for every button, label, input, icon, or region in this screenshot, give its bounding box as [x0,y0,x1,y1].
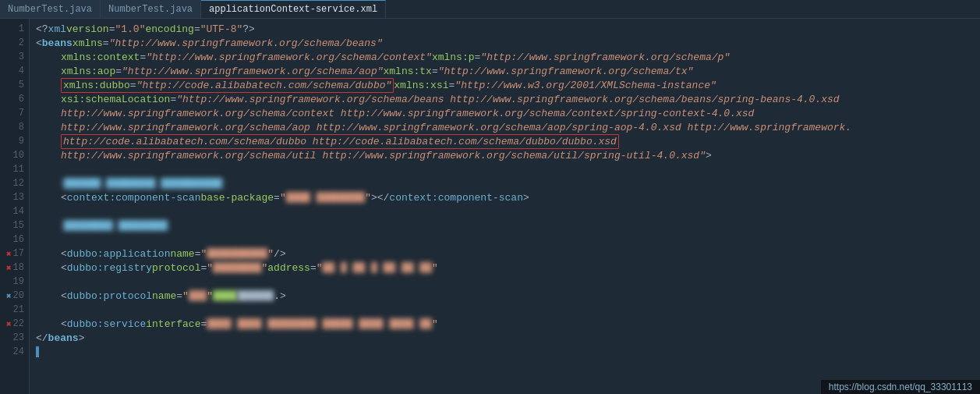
line-15: 15 [0,218,29,232]
code-line-23: </beans> [30,331,980,345]
line-21: 21 [0,303,29,317]
line-24: 24 [0,345,29,359]
code-line-4: xmlns:aop="http://www.springframework.or… [30,64,980,78]
code-line-22: <dubbo:service interface=████ ████ █████… [30,317,980,331]
code-line-17: <dubbo:application name="██████████" /> [30,247,980,261]
line-23: 23 [0,331,29,345]
code-line-21 [30,303,980,317]
code-line-8: http://www.springframework.org/schema/ao… [30,120,980,134]
code-line-5: xmlns:dubbo="http://code.alibabatech.com… [30,78,980,92]
code-line-14 [30,204,980,218]
code-line-16 [30,232,980,247]
code-line-20: <dubbo:protocol name="███" ████ ██████ .… [30,289,980,303]
code-content: <?xml version="1.0" encoding="UTF-8"?> <… [30,19,980,394]
code-area: 1 2 3 4 5 6 7 8 9 10 11 12 13 14 15 16 ✖… [0,19,980,394]
code-line-7: http://www.springframework.org/schema/co… [30,106,980,120]
line-numbers: 1 2 3 4 5 6 7 8 9 10 11 12 13 14 15 16 ✖… [0,19,30,394]
line-22: ✖22 [0,317,29,331]
code-line-3: xmlns:context="http://www.springframewor… [30,50,980,64]
line-20: ✖20 [0,289,29,303]
line-17: ✖17 [0,247,29,261]
tab-bar: NumberTest.java NumberTest.java applicat… [0,0,980,19]
code-line-18: <dubbo:registry protocol="████████" addr… [30,261,980,275]
line-4: 4 [0,64,29,78]
code-line-2: <beans xmlns="http://www.springframework… [30,36,980,50]
code-line-6: xsi:schemaLocation="http://www.springfra… [30,92,980,106]
line-7: 7 [0,106,29,120]
tab-numbertest-1[interactable]: NumberTest.java [0,0,101,18]
line-3: 3 [0,50,29,64]
tab-appcontext[interactable]: applicationContext-service.xml [201,0,386,18]
code-line-10: http://www.springframework.org/schema/ut… [30,148,980,162]
code-line-1: <?xml version="1.0" encoding="UTF-8"?> [30,22,980,36]
code-line-11 [30,162,980,176]
line-11: 11 [0,162,29,176]
line-2: 2 [0,36,29,50]
code-line-19 [30,275,980,289]
line-13: 13 [0,190,29,204]
line-12: 12 [0,176,29,190]
line-16: 16 [0,232,29,247]
line-18: ✖18 [0,261,29,275]
line-8: 8 [0,120,29,134]
tab-numbertest-2[interactable]: NumberTest.java [101,0,201,18]
editor-container: NumberTest.java NumberTest.java applicat… [0,0,980,394]
line-1: 1 [0,22,29,36]
line-10: 10 [0,148,29,162]
code-line-9: http://code.alibabatech.com/schema/dubbo… [30,134,980,148]
line-19: 19 [0,275,29,289]
line-9: 9 [0,134,29,148]
code-line-24 [30,345,980,359]
line-14: 14 [0,204,29,218]
line-5: 5 [0,78,29,92]
code-line-13: <context:component-scan base-package="██… [30,190,980,204]
code-line-15: ████████ ████████ [30,218,980,232]
footer-url: https://blog.csdn.net/qq_33301113 [821,380,980,394]
code-line-12: ██████ ████████ ██████████ [30,176,980,190]
line-6: 6 [0,92,29,106]
